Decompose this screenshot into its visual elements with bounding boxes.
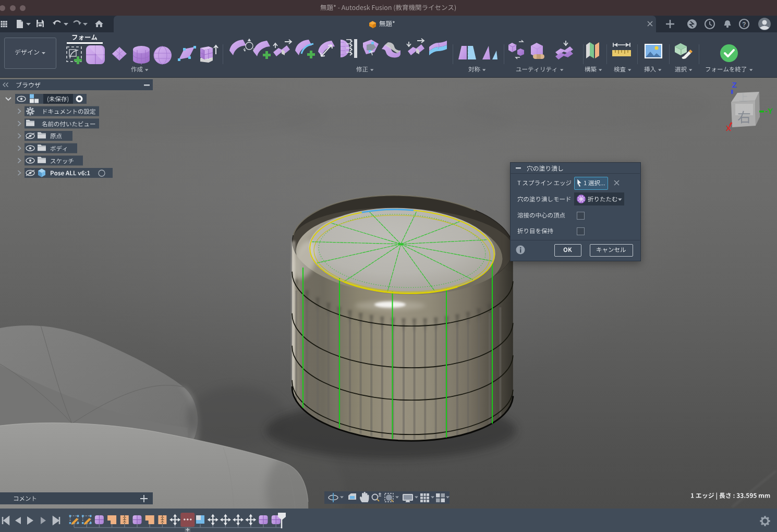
svg-text:Z: Z (732, 80, 736, 89)
svg-text:-Y: -Y (765, 106, 773, 115)
svg-text:?: ? (742, 21, 746, 28)
